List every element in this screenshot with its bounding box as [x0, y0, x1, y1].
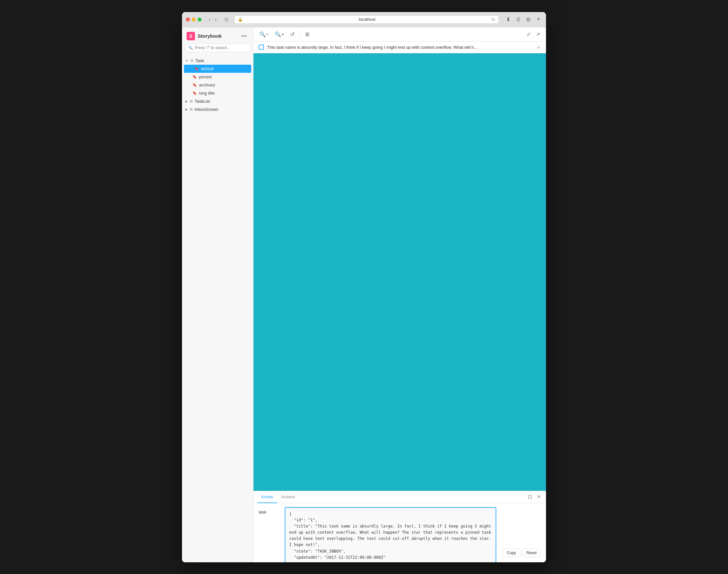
maximize-button[interactable]: [198, 17, 202, 22]
browser-chrome: ‹ › ⊡ 🔒 ↻ ⬇ ⎙ ⧉ +: [182, 12, 546, 27]
story-icon-default: 🔖: [195, 67, 199, 71]
component-icon-task: ⊞: [190, 58, 194, 63]
grid-button[interactable]: ⊞: [303, 30, 311, 39]
chevron-right-icon-tasklist: ▶: [185, 99, 188, 103]
app-container: S Storybook ••• 🔍 ▼ ⊞ Task 🔖 default: [182, 27, 546, 562]
title-bar: ‹ › ⊡ 🔒 ↻ ⬇ ⎙ ⧉ +: [182, 12, 546, 27]
panel-close-button[interactable]: ✕: [535, 492, 542, 501]
toolbar-divider: [300, 31, 300, 37]
toolbar-right: ⤢ ↗: [524, 30, 542, 39]
json-content: { "id": "1", "title": "This task name is…: [289, 511, 491, 560]
sidebar-header: S Storybook •••: [182, 27, 253, 44]
sidebar-item-long-title[interactable]: 🔖 long title: [182, 89, 253, 97]
zoom-reset-button[interactable]: ↺: [288, 30, 296, 39]
long-title-label: long title: [199, 91, 214, 95]
nav-tree: ▼ ⊞ Task 🔖 default 🔖 pinned 🔖 archived: [182, 55, 253, 115]
minimize-button[interactable]: [192, 17, 196, 22]
task-checkbox[interactable]: [259, 45, 264, 50]
chevron-right-icon-inbox: ▶: [185, 108, 188, 111]
archived-label: archived: [199, 83, 215, 87]
task-group-label: Task: [195, 58, 204, 63]
sidebar-item-archived[interactable]: 🔖 archived: [182, 81, 253, 89]
chevron-down-icon: ▼: [185, 59, 188, 63]
panel-resize-button[interactable]: ⊡: [526, 492, 533, 501]
sidebar-menu-button[interactable]: •••: [239, 33, 249, 40]
knob-editor[interactable]: { "id": "1", "title": "This task name is…: [285, 507, 496, 562]
default-label: default: [201, 66, 214, 71]
pinned-label: pinned: [199, 74, 212, 79]
star-icon[interactable]: ★: [536, 44, 541, 50]
search-icon: 🔍: [188, 45, 193, 50]
tabs-button[interactable]: ⧉: [524, 15, 532, 24]
reset-button[interactable]: Reset: [522, 549, 541, 557]
main-content: 🔍− 🔍+ ↺ ⊞ ⤢ ↗ This task name is absurdly…: [254, 27, 546, 562]
address-bar-wrapper: 🔒 ↻: [234, 15, 499, 24]
copy-button[interactable]: Copy: [503, 549, 520, 557]
sidebar-item-pinned[interactable]: 🔖 pinned: [182, 73, 253, 81]
new-tab-button[interactable]: +: [534, 15, 542, 24]
sidebar: S Storybook ••• 🔍 ▼ ⊞ Task 🔖 default: [182, 27, 254, 562]
tasklist-group-label: TaskList: [195, 99, 210, 104]
traffic-lights: [186, 17, 202, 22]
preview-task-bar: This task name is absurdly large. In fac…: [254, 42, 546, 53]
logo-letter: S: [189, 34, 192, 39]
zoom-out-button[interactable]: 🔍−: [257, 30, 271, 39]
knob-buttons: Copy Reset: [503, 549, 541, 559]
lock-icon: 🔒: [238, 17, 243, 22]
preview-wrapper: This task name is absurdly large. In fac…: [254, 42, 546, 491]
sidebar-item-default[interactable]: 🔖 default: [184, 65, 251, 73]
storybook-title: Storybook: [198, 33, 222, 39]
address-bar-input[interactable]: [245, 17, 489, 22]
story-icon-archived: 🔖: [192, 83, 197, 87]
fullscreen-button[interactable]: ⤢: [524, 30, 533, 39]
tab-actions[interactable]: Actions: [277, 491, 299, 503]
task-title: This task name is absurdly large. In fac…: [267, 45, 533, 50]
panel-actions: ⊡ ✕: [526, 492, 542, 501]
toolbar: 🔍− 🔍+ ↺ ⊞ ⤢ ↗: [254, 27, 546, 42]
inboxscreen-group-label: InboxScreen: [195, 107, 218, 112]
back-button[interactable]: ‹: [207, 16, 212, 23]
browser-window: ‹ › ⊡ 🔒 ↻ ⬇ ⎙ ⧉ + S Story: [182, 12, 546, 562]
open-new-button[interactable]: ↗: [534, 30, 542, 39]
story-icon-long-title: 🔖: [192, 91, 197, 95]
preview-canvas: [254, 53, 546, 491]
story-icon-pinned: 🔖: [192, 75, 197, 79]
bottom-panel: Knobs Actions ⊡ ✕ task { "id": "1", "tit…: [254, 491, 546, 562]
zoom-in-button[interactable]: 🔍+: [273, 30, 286, 39]
sidebar-item-tasklist[interactable]: ▶ ⊞ TaskList: [182, 97, 253, 105]
component-icon-tasklist: ⊞: [190, 99, 193, 104]
share-button[interactable]: ⎙: [515, 15, 522, 24]
storybook-logo: S: [186, 32, 195, 40]
panel-content: task { "id": "1", "title": "This task na…: [254, 503, 546, 562]
sidebar-toggle-button[interactable]: ⊡: [223, 15, 230, 24]
search-bar: 🔍: [185, 44, 250, 52]
panel-tabs: Knobs Actions ⊡ ✕: [254, 491, 546, 503]
sidebar-item-inboxscreen[interactable]: ▶ ⊞ InboxScreen: [182, 105, 253, 114]
knob-label: task: [259, 507, 278, 515]
component-icon-inboxscreen: ⊞: [190, 107, 193, 112]
download-button[interactable]: ⬇: [504, 15, 512, 24]
nav-buttons: ‹ ›: [207, 16, 219, 23]
search-input[interactable]: [195, 45, 247, 50]
forward-button[interactable]: ›: [213, 16, 218, 23]
close-button[interactable]: [186, 17, 190, 22]
refresh-button[interactable]: ↻: [491, 17, 495, 22]
tab-knobs[interactable]: Knobs: [257, 491, 277, 503]
sidebar-item-task[interactable]: ▼ ⊞ Task: [182, 56, 253, 65]
browser-actions: ⬇ ⎙ ⧉ +: [504, 15, 542, 24]
